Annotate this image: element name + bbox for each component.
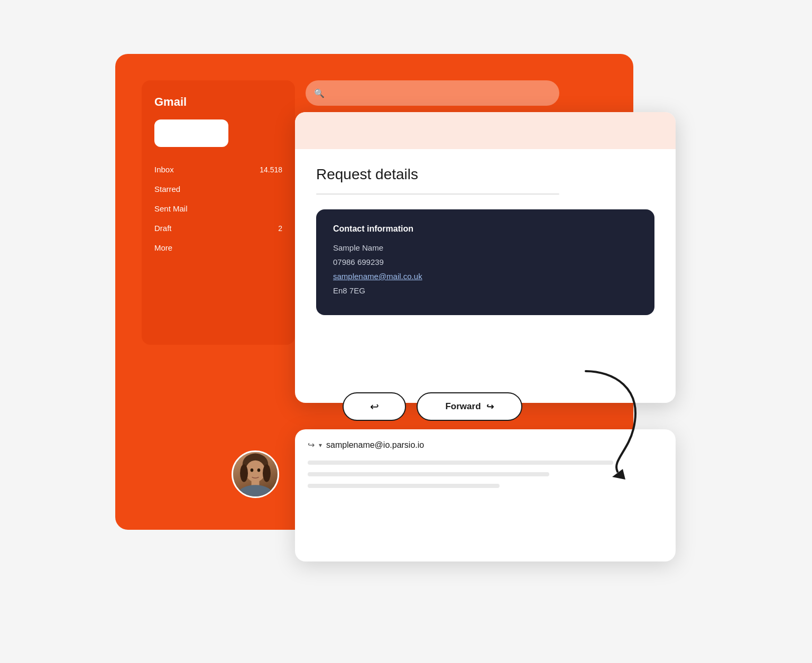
sidebar-item-inbox[interactable]: Inbox 14.518 (154, 160, 282, 179)
gmail-sidebar: Gmail Inbox 14.518 Starred Sent Mail Dra… (142, 80, 295, 345)
sidebar-item-label: More (154, 243, 172, 252)
email-panel: Request details Contact information Samp… (295, 112, 676, 403)
svg-point-5 (263, 464, 271, 482)
forward-to-email: samplename@io.parsio.io (326, 440, 424, 450)
compose-line-2 (308, 472, 549, 476)
sidebar-item-sent[interactable]: Sent Mail (154, 199, 282, 218)
compose-line-3 (308, 484, 500, 488)
contact-phone: 07986 699239 (333, 257, 638, 266)
sidebar-item-starred[interactable]: Starred (154, 179, 282, 199)
sidebar-item-draft[interactable]: Draft 2 (154, 218, 282, 238)
forward-button[interactable]: Forward ↪ (417, 392, 522, 421)
action-buttons: ↩ Forward ↪ (343, 392, 522, 421)
reply-button[interactable]: ↩ (343, 392, 406, 421)
reply-icon: ↩ (370, 400, 379, 413)
sidebar-item-label: Starred (154, 185, 180, 194)
avatar-face (233, 452, 278, 496)
sidebar-item-more[interactable]: More (154, 238, 282, 257)
forward-dropdown-icon[interactable]: ▾ (319, 441, 322, 449)
svg-point-4 (240, 464, 248, 482)
scene: Gmail Inbox 14.518 Starred Sent Mail Dra… (115, 54, 697, 609)
email-panel-header (295, 112, 676, 149)
sidebar-item-label: Inbox (154, 165, 174, 174)
avatar (232, 450, 279, 498)
contact-name: Sample Name (333, 243, 638, 252)
arrow-annotation (570, 366, 654, 484)
search-icon: 🔍 (314, 88, 325, 98)
contact-section-title: Contact information (333, 224, 638, 234)
compose-button[interactable] (154, 119, 228, 147)
divider (316, 194, 559, 195)
sidebar-item-label: Sent Mail (154, 204, 188, 213)
svg-point-7 (257, 468, 261, 472)
svg-marker-8 (612, 469, 625, 480)
contact-card: Contact information Sample Name 07986 69… (316, 209, 654, 315)
sidebar-item-label: Draft (154, 224, 172, 233)
svg-point-1 (245, 461, 265, 482)
inbox-badge: 14.518 (260, 165, 282, 174)
gmail-logo: Gmail (154, 95, 282, 109)
contact-postcode: En8 7EG (333, 286, 638, 295)
contact-email: samplename@mail.co.uk (333, 272, 638, 281)
forward-compose-icon: ↪ (308, 440, 315, 450)
search-bar[interactable]: 🔍 (306, 80, 559, 106)
draft-badge: 2 (278, 224, 282, 233)
forward-icon: ↪ (486, 401, 494, 412)
request-title: Request details (316, 166, 654, 183)
svg-point-6 (251, 468, 254, 472)
email-panel-body: Request details Contact information Samp… (295, 149, 676, 332)
compose-line-1 (308, 461, 613, 465)
forward-label: Forward (445, 401, 481, 412)
